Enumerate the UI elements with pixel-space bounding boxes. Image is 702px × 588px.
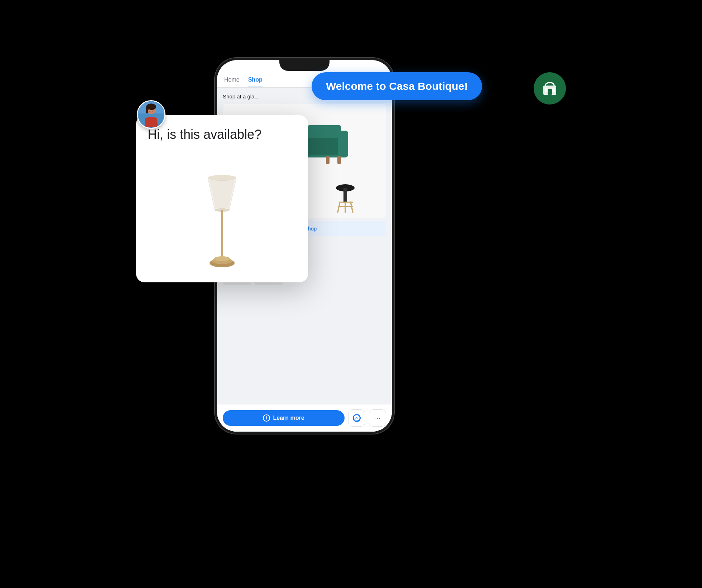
info-icon: i — [263, 414, 270, 422]
user-avatar — [137, 100, 165, 129]
phone-bottom-bar: i Learn more ··· — [217, 404, 392, 432]
svg-rect-2 — [545, 88, 548, 92]
messenger-button[interactable] — [348, 409, 365, 427]
svg-rect-14 — [337, 156, 341, 164]
phone-notch — [279, 58, 330, 71]
svg-rect-6 — [307, 125, 341, 140]
learn-more-label: Learn more — [273, 415, 304, 421]
svg-rect-26 — [343, 188, 347, 202]
welcome-bubble: Welcome to Casa Boutique! — [312, 72, 482, 100]
chat-message: Hi, is this available? — [148, 127, 297, 142]
svg-line-29 — [351, 202, 353, 212]
learn-more-button[interactable]: i Learn more — [223, 410, 345, 426]
svg-rect-3 — [552, 88, 555, 92]
svg-line-27 — [338, 202, 340, 212]
svg-point-47 — [214, 256, 230, 261]
svg-rect-52 — [146, 107, 148, 113]
svg-rect-8 — [307, 138, 341, 155]
svg-rect-10 — [338, 131, 348, 157]
more-dots: ··· — [374, 414, 381, 422]
svg-rect-1 — [548, 89, 552, 95]
chat-card: Hi, is this available? — [136, 115, 308, 282]
svg-rect-44 — [221, 210, 223, 260]
lamp-illustration — [148, 171, 297, 271]
tab-home[interactable]: Home — [224, 77, 240, 87]
store-icon-button[interactable] — [534, 72, 566, 105]
svg-rect-13 — [326, 156, 330, 164]
tab-shop[interactable]: Shop — [248, 77, 263, 87]
product-chair[interactable] — [305, 175, 386, 218]
more-button[interactable]: ··· — [369, 409, 386, 427]
svg-point-53 — [149, 109, 150, 110]
